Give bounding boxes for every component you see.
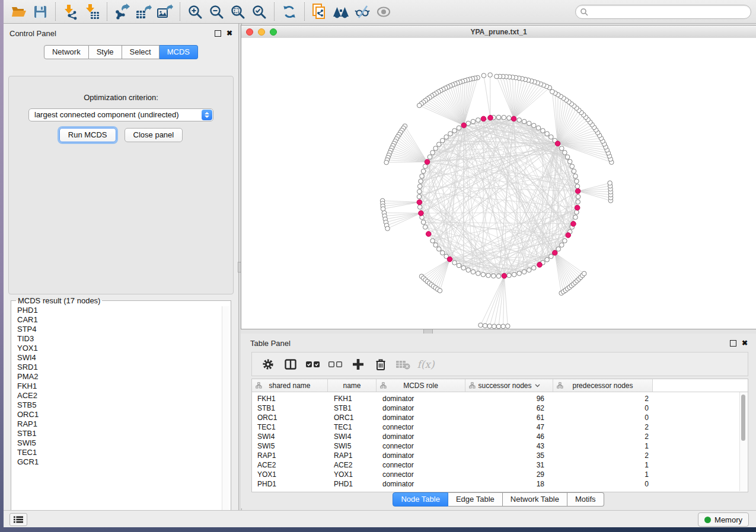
select-all-icon[interactable] [302, 354, 324, 374]
close-panel-button[interactable]: Close panel [125, 128, 183, 142]
table-row[interactable]: ACE2ACE2connector311 [252, 460, 748, 470]
network-window: YPA_prune.txt_1 [241, 25, 756, 329]
column-header-shared-name[interactable]: shared name [252, 379, 328, 392]
table-row[interactable]: PHD1PHD1dominator180 [252, 479, 748, 489]
column-header-successor-nodes[interactable]: successor nodes [465, 379, 553, 392]
table-cell: STB1 [328, 403, 377, 413]
mcds-result-item[interactable]: YOX1 [17, 344, 231, 353]
network-graph[interactable] [241, 38, 756, 329]
table-cell: TEC1 [328, 422, 377, 432]
tab-node-table[interactable]: Node Table [393, 492, 448, 507]
trash-icon[interactable] [369, 354, 392, 374]
memory-button[interactable]: Memory [698, 512, 749, 527]
refresh-icon[interactable] [279, 2, 300, 22]
optimization-criterion-select[interactable]: largest connected component (undirected) [28, 108, 213, 121]
network-titlebar[interactable]: YPA_prune.txt_1 [241, 25, 756, 39]
close-panel-icon[interactable]: ✖ [742, 341, 748, 346]
deselect-all-icon[interactable] [324, 354, 347, 374]
mcds-result-item[interactable]: TEC1 [17, 448, 231, 457]
export-image-icon[interactable] [154, 2, 176, 22]
zoom-in-icon[interactable] [184, 2, 206, 22]
table-cell: 1 [553, 460, 653, 470]
table-row[interactable]: FKH1FKH1dominator962 [252, 394, 748, 403]
scrollbar-thumb[interactable] [741, 395, 745, 441]
toolbar-separator [180, 2, 180, 21]
table-scrollbar[interactable] [739, 392, 747, 491]
main-toolbar [4, 0, 756, 24]
close-panel-icon[interactable]: ✖ [227, 31, 232, 36]
float-panel-icon[interactable] [730, 340, 736, 347]
mcds-list-scrollbar[interactable] [222, 306, 229, 515]
clone-network-icon[interactable] [309, 2, 330, 22]
table-cell: dominator [377, 394, 465, 403]
zoom-selected-icon[interactable] [248, 2, 270, 22]
table-cell: 2 [553, 422, 653, 432]
attribute-type-icon [380, 382, 387, 389]
mcds-result-item[interactable]: TID3 [17, 334, 231, 344]
table-cell: PHD1 [252, 479, 328, 489]
mcds-result-item[interactable]: STB1 [17, 429, 231, 438]
zoom-fit-icon[interactable] [227, 2, 248, 22]
optimization-criterion-label: Optimization criterion: [9, 93, 233, 102]
table-row[interactable]: SWI5SWI5connector431 [252, 441, 748, 451]
eye-icon[interactable] [373, 2, 394, 22]
table-cell: 46 [465, 432, 553, 441]
mcds-result-item[interactable]: PMA2 [17, 372, 231, 382]
table-cell: 1 [553, 470, 653, 479]
attribute-type-icon [469, 382, 476, 389]
zoom-out-icon[interactable] [206, 2, 227, 22]
column-header-predecessor-nodes[interactable]: predecessor nodes [553, 379, 653, 392]
mcds-result-item[interactable]: SRD1 [17, 363, 231, 372]
hide-glasses-icon[interactable] [352, 2, 373, 22]
mcds-result-item[interactable]: ORC1 [17, 410, 231, 419]
table-row[interactable]: RAP1RAP1dominator352 [252, 451, 748, 460]
table-cell: RAP1 [328, 451, 377, 460]
column-header-mcds-role[interactable]: MCDS role [377, 379, 465, 392]
mcds-result-item[interactable]: STP4 [17, 325, 231, 334]
mcds-result-item[interactable]: RAP1 [17, 419, 231, 429]
mcds-result-item[interactable]: STB5 [17, 400, 231, 410]
sort-desc-icon [535, 384, 540, 387]
mcds-result-item[interactable]: SWI4 [17, 353, 231, 363]
gear-icon[interactable] [257, 354, 279, 374]
export-network-icon[interactable] [111, 2, 133, 22]
delete-table-icon[interactable] [392, 354, 414, 374]
table-row[interactable]: STB1STB1dominator620 [252, 403, 748, 413]
table-row[interactable]: YOX1YOX1connector291 [252, 470, 748, 479]
columns-icon[interactable] [279, 354, 302, 374]
table-row[interactable]: ORC1ORC1dominator610 [252, 413, 748, 422]
function-icon[interactable]: f(x) [414, 354, 437, 374]
float-panel-icon[interactable] [215, 30, 221, 37]
tab-network[interactable]: Network [44, 45, 89, 59]
import-table-icon[interactable] [81, 2, 103, 22]
tab-style[interactable]: Style [89, 45, 122, 59]
add-icon[interactable] [347, 354, 369, 374]
mcds-result-item[interactable]: SWI5 [17, 438, 231, 448]
tab-motifs[interactable]: Motifs [567, 492, 604, 507]
mcds-result-item[interactable]: FKH1 [17, 382, 231, 391]
mcds-result-item[interactable]: GCR1 [17, 457, 231, 467]
tab-edge-table[interactable]: Edge Table [448, 492, 503, 507]
binoculars-icon[interactable] [330, 2, 352, 22]
table-row[interactable]: TEC1TEC1connector472 [252, 422, 748, 432]
mcds-result-item[interactable]: ACE2 [17, 391, 231, 400]
save-icon[interactable] [30, 2, 51, 22]
control-panel-tabs: Network Style Select MCDS [4, 45, 238, 59]
view-mode-button[interactable] [9, 513, 27, 526]
network-canvas[interactable] [241, 38, 756, 329]
import-network-icon[interactable] [60, 2, 81, 22]
control-panel-title: Control Panel [9, 29, 56, 38]
column-header-name[interactable]: name [328, 379, 377, 392]
open-folder-icon[interactable] [8, 2, 30, 22]
mcds-result-list[interactable]: PHD1CAR1STP4TID3YOX1SWI4SRD1PMA2FKH1ACE2… [11, 306, 231, 467]
mcds-result-item[interactable]: CAR1 [17, 315, 231, 325]
run-mcds-button[interactable]: Run MCDS [59, 128, 116, 142]
tab-mcds[interactable]: MCDS [160, 45, 198, 59]
search-input[interactable] [588, 6, 751, 18]
mcds-result-item[interactable]: PHD1 [17, 306, 231, 315]
table-row[interactable]: SWI4SWI4dominator462 [252, 432, 748, 441]
tab-select[interactable]: Select [122, 45, 160, 59]
list-icon [14, 516, 23, 523]
export-table-icon[interactable] [133, 2, 154, 22]
tab-network-table[interactable]: Network Table [503, 492, 567, 507]
